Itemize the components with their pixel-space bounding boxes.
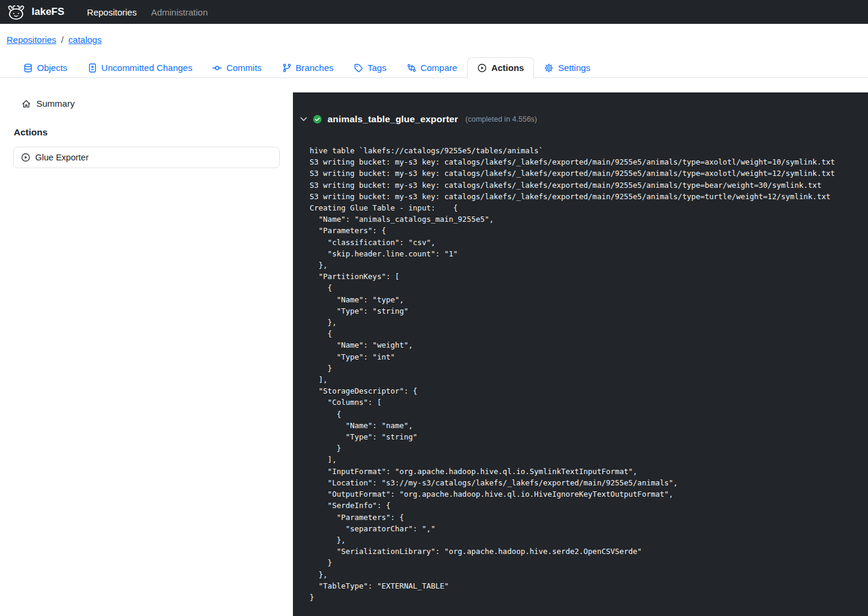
tab-label: Commits	[226, 63, 261, 73]
database-icon	[23, 63, 33, 73]
action-list-item-glue-exporter[interactable]: Glue Exporter	[14, 147, 279, 168]
nav-item-repositories[interactable]: Repositories	[80, 4, 144, 21]
commit-icon	[212, 63, 222, 73]
lakefs-brand[interactable]: lakeFS	[6, 4, 64, 20]
repository-tab-bar: Objects Uncommitted Changes Commits	[0, 57, 868, 78]
chevron-down-icon[interactable]	[300, 117, 307, 122]
actions-sidebar: Summary Actions Glue Exporter	[0, 78, 293, 616]
tab-actions[interactable]: Actions	[467, 57, 534, 78]
action-item-label: Glue Exporter	[35, 153, 88, 162]
breadcrumb: Repositories / catalogs	[0, 24, 868, 45]
tab-objects[interactable]: Objects	[13, 57, 78, 78]
actions-page: Summary Actions Glue Exporter	[0, 78, 868, 616]
brand-label: lakeFS	[32, 6, 64, 18]
sidebar-item-summary[interactable]: Summary	[13, 98, 280, 109]
action-run-panel: animals_table_glue_exporter (completed i…	[293, 92, 868, 616]
tab-label: Tags	[367, 63, 387, 73]
tab-label: Compare	[421, 63, 458, 73]
tab-uncommitted-changes[interactable]: Uncommitted Changes	[78, 57, 203, 78]
navbar-links: Repositories Administration	[80, 4, 215, 21]
tab-label: Objects	[37, 63, 67, 73]
branch-icon	[282, 63, 292, 73]
breadcrumb-repositories-link[interactable]: Repositories	[7, 35, 56, 45]
success-check-icon	[313, 114, 322, 124]
tab-label: Actions	[491, 63, 524, 73]
run-header[interactable]: animals_table_glue_exporter (completed i…	[300, 114, 858, 125]
run-duration-badge: (completed in 4.556s)	[465, 115, 537, 123]
summary-label: Summary	[36, 98, 75, 109]
tab-label: Uncommitted Changes	[101, 63, 193, 73]
tab-branches[interactable]: Branches	[272, 57, 344, 78]
home-icon	[21, 99, 31, 109]
play-circle-icon	[21, 153, 30, 162]
breadcrumb-separator: /	[61, 35, 63, 45]
action-list: Glue Exporter	[13, 147, 280, 168]
breadcrumb-catalogs-link[interactable]: catalogs	[69, 35, 102, 45]
run-title: animals_table_glue_exporter	[328, 114, 458, 125]
axolotl-logo-icon	[6, 4, 26, 20]
compare-icon	[407, 63, 416, 73]
tab-commits[interactable]: Commits	[202, 57, 271, 78]
gear-icon	[544, 63, 554, 73]
tag-icon	[354, 63, 363, 73]
tab-compare[interactable]: Compare	[397, 57, 468, 78]
run-log-output: hive table `lakefs://catalogs/9255e5/tab…	[310, 145, 858, 603]
tab-tags[interactable]: Tags	[344, 57, 397, 78]
top-navbar: lakeFS Repositories Administration	[0, 0, 868, 24]
nav-item-administration[interactable]: Administration	[144, 4, 215, 21]
file-diff-icon	[88, 63, 97, 73]
actions-section-title: Actions	[14, 127, 280, 138]
tab-label: Settings	[558, 63, 590, 73]
tab-settings[interactable]: Settings	[534, 57, 600, 78]
tab-label: Branches	[296, 63, 333, 73]
play-circle-icon	[477, 63, 487, 73]
